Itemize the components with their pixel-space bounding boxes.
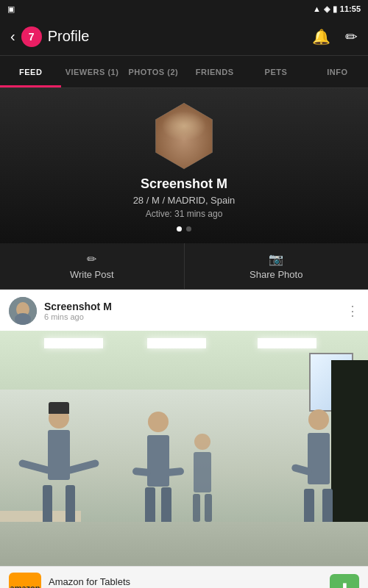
person-3-head (194, 434, 210, 450)
profile-active-status: Active: 31 mins ago (0, 209, 368, 219)
post-avatar (9, 297, 37, 325)
ceiling-light-2 (147, 338, 206, 348)
person-4-leg-right (322, 489, 333, 526)
ceiling-light-3 (258, 338, 316, 348)
person-1-head (49, 408, 69, 429)
avatar (151, 103, 217, 169)
header-left: ‹ 7 Profile (10, 26, 89, 47)
download-icon: ⬇ (339, 580, 351, 589)
post-image (0, 331, 368, 566)
tab-pets[interactable]: PETS (245, 56, 306, 87)
action-buttons: ✏ Write Post 📷 Share Photo (0, 243, 368, 290)
avatar-svg (9, 297, 37, 325)
header: ‹ 7 Profile 🔔 ✏ (0, 18, 368, 56)
person-1-torso (48, 430, 70, 480)
person-2-arm-right (166, 467, 185, 476)
person-4-arm-left (291, 464, 313, 476)
person-1-arm-right (66, 459, 99, 474)
app-logo: 7 (21, 26, 42, 47)
person-2 (132, 412, 184, 526)
page-title: Profile (48, 28, 90, 45)
floor (0, 522, 368, 566)
ceiling-light-1 (44, 338, 103, 348)
person-4-leg-left (304, 489, 314, 526)
tab-friends[interactable]: FRIENDS (184, 56, 245, 87)
person-3-leg-left (193, 494, 200, 522)
person-3 (184, 434, 221, 522)
ad-logo: amazon (9, 573, 41, 589)
person-2-leg-right (161, 487, 171, 526)
person-2-leg-left (145, 487, 155, 526)
profile-name: Screenshot M (0, 176, 368, 192)
person-4 (291, 409, 346, 526)
person-1-leg-left (43, 485, 52, 526)
tab-viewers[interactable]: VIEWERS (1) (61, 56, 122, 87)
person-2-torso (147, 435, 169, 487)
notification-bell-icon[interactable]: 🔔 (312, 28, 330, 46)
camera-icon: 📷 (269, 252, 283, 266)
person-3-torso (194, 452, 211, 492)
post-card: Screenshot M 6 mins ago ⋮ (0, 290, 368, 588)
battery-icon: ▮ (333, 4, 337, 14)
person-2-arm-left (132, 467, 152, 476)
avatar-face (151, 103, 217, 169)
signal-icon: ▲ (313, 4, 321, 13)
write-post-label: Write Post (70, 269, 114, 280)
person-4-head (308, 409, 329, 430)
ad-title: Amazon for Tablets (49, 576, 322, 587)
status-left: ▣ (7, 4, 15, 14)
write-icon: ✏ (87, 252, 96, 266)
tabs: FEED VIEWERS (1) PHOTOS (2) FRIENDS PETS… (0, 56, 368, 88)
svg-point-2 (15, 313, 31, 325)
dot-1 (177, 226, 182, 232)
person-2-head (148, 412, 169, 432)
ad-download-button[interactable]: ⬇ (330, 574, 359, 589)
person-1-hat (49, 402, 69, 414)
dot-2 (186, 226, 191, 232)
time: 11:55 (340, 4, 361, 13)
share-photo-label: Share Photo (250, 269, 302, 280)
profile-hero: Screenshot M 28 / M / MADRID, Spain Acti… (0, 88, 368, 243)
feed: Screenshot M 6 mins ago ⋮ (0, 290, 368, 588)
tab-photos[interactable]: PHOTOS (2) (123, 56, 184, 87)
write-post-button[interactable]: ✏ Write Post (0, 243, 185, 289)
post-user-info: Screenshot M 6 mins ago (44, 301, 346, 321)
avatar-container (0, 103, 368, 169)
person-1-leg-right (66, 485, 75, 526)
share-photo-button[interactable]: 📷 Share Photo (185, 243, 369, 289)
post-menu-button[interactable]: ⋮ (346, 303, 359, 319)
tab-feed[interactable]: FEED (0, 56, 61, 87)
tab-info[interactable]: INFO (307, 56, 368, 87)
post-time: 6 mins ago (44, 312, 346, 321)
person-1-arm-left (18, 459, 52, 474)
person-3-leg-right (205, 494, 212, 522)
post-header: Screenshot M 6 mins ago ⋮ (0, 290, 368, 331)
profile-info: 28 / M / MADRID, Spain (0, 195, 368, 206)
ad-text: Amazon for Tablets FREE ★★★★★ (65,053) (49, 576, 322, 588)
post-username: Screenshot M (44, 301, 346, 312)
app-icon: ▣ (7, 4, 15, 14)
ad-banner: amazon Amazon for Tablets FREE ★★★★★ (65… (0, 566, 368, 588)
carousel-dots (0, 226, 368, 232)
office-scene (0, 331, 368, 566)
person-4-torso (308, 433, 330, 484)
wifi-icon: ◈ (324, 4, 330, 14)
status-right: ▲ ◈ ▮ 11:55 (313, 4, 361, 14)
back-button[interactable]: ‹ (10, 28, 15, 45)
person-1 (29, 408, 88, 526)
status-bar: ▣ ▲ ◈ ▮ 11:55 (0, 0, 368, 18)
header-icons: 🔔 ✏ (312, 28, 358, 46)
edit-icon[interactable]: ✏ (345, 28, 358, 46)
